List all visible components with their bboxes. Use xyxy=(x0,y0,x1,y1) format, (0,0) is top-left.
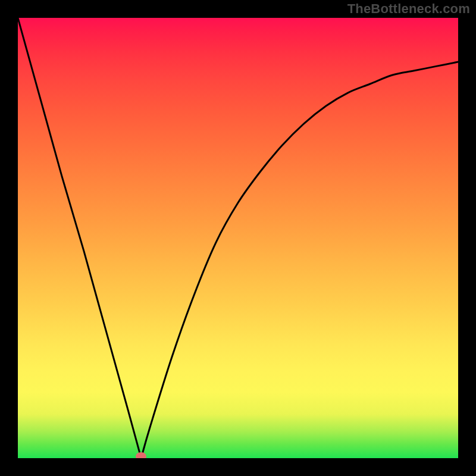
chart-frame: TheBottleneck.com xyxy=(0,0,476,476)
curve-svg xyxy=(18,18,458,458)
minimum-marker xyxy=(136,452,146,458)
plot-area xyxy=(18,18,458,458)
watermark-text: TheBottleneck.com xyxy=(347,1,470,17)
bottleneck-curve xyxy=(18,18,458,458)
